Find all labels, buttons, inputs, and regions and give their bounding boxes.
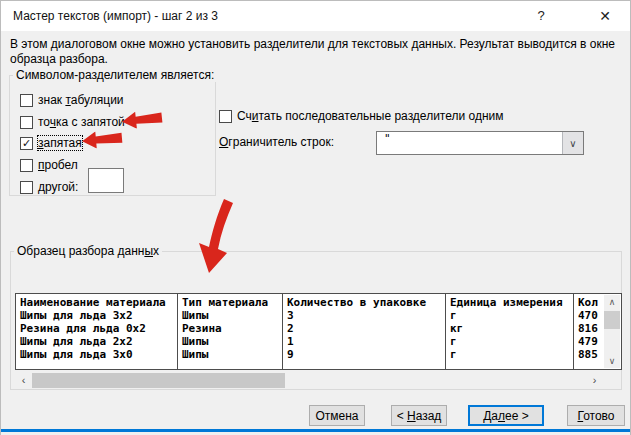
preview-cell: Шипы для льда 2х2: [16, 335, 177, 348]
checkbox[interactable]: [20, 94, 33, 107]
checkbox[interactable]: [20, 116, 33, 129]
preview-header-cell: Количество в упаковке: [283, 296, 445, 309]
scroll-right-button[interactable]: ›: [586, 373, 603, 388]
checkbox-tab[interactable]: знак табуляции: [20, 92, 124, 108]
delimiter-group-title: Символом-разделителем является:: [13, 68, 217, 82]
preview-cell: Шипы для льда 3х0: [16, 348, 177, 361]
window-title: Мастер текстов (импорт) - шаг 2 из 3: [13, 1, 218, 31]
preview-column: Наименование материалаШипы для льда 3х2Р…: [16, 294, 178, 369]
checkbox-space-label: пробел: [38, 158, 78, 172]
preview-cell: Шипы: [178, 309, 282, 322]
finish-button-label: Готово: [577, 409, 614, 423]
preview-cell: 2: [283, 322, 445, 335]
other-delimiter-input[interactable]: [88, 168, 124, 193]
text-qualifier-label: Ограничитель строк:: [219, 135, 334, 149]
scroll-left-icon: ‹: [22, 374, 26, 386]
checkbox-semicolon[interactable]: точка с запятой: [20, 114, 125, 130]
preview-column: Тип материалаШипыРезинаШипыШипы: [178, 294, 283, 369]
preview-cell: г: [446, 335, 573, 348]
scroll-up-button[interactable]: ∧: [604, 295, 620, 309]
dialog-description: В этом диалоговом окне можно установить …: [10, 37, 620, 67]
help-icon: ?: [537, 8, 544, 23]
checkbox[interactable]: [20, 181, 33, 194]
horizontal-scrollbar-thumb[interactable]: [32, 373, 285, 388]
scroll-down-button[interactable]: ∨: [604, 354, 620, 368]
scroll-up-icon: ∧: [609, 297, 616, 307]
checkbox-space[interactable]: пробел: [20, 157, 78, 173]
chevron-down-icon: ∨: [569, 138, 576, 149]
preview-header-cell: Тип материала: [178, 296, 282, 309]
checkbox[interactable]: [20, 159, 33, 172]
checkbox[interactable]: [219, 110, 232, 123]
preview-cell: 1: [283, 335, 445, 348]
cancel-button[interactable]: Отмена: [309, 405, 365, 426]
scroll-down-icon: ∨: [609, 356, 616, 366]
next-button[interactable]: Далее >: [468, 405, 544, 426]
vertical-scrollbar-thumb[interactable]: [604, 311, 620, 329]
checkbox[interactable]: ✓: [20, 137, 33, 150]
checkmark-icon: ✓: [22, 138, 31, 149]
checkbox-consecutive[interactable]: Считать последовательные разделители одн…: [219, 108, 504, 124]
back-button[interactable]: < Назад: [391, 405, 447, 426]
title-bar: Мастер текстов (импорт) - шаг 2 из 3 ? ✕: [1, 1, 630, 31]
preview-cell: Шипы: [178, 348, 282, 361]
preview-cell: 9: [283, 348, 445, 361]
preview-cell: Резина: [178, 322, 282, 335]
help-button[interactable]: ?: [519, 1, 563, 31]
close-button[interactable]: ✕: [583, 1, 627, 31]
checkbox-semicolon-label: точка с запятой: [38, 115, 125, 129]
window-bottom-accent: [1, 429, 630, 432]
description-line-1: В этом диалоговом окне можно установить …: [10, 37, 620, 52]
horizontal-scrollbar[interactable]: ‹ ›: [15, 373, 603, 388]
checkbox-consecutive-label: Считать последовательные разделители одн…: [237, 109, 504, 123]
description-line-2: образца разбора.: [10, 52, 620, 67]
checkbox-comma-label: запятая: [38, 136, 82, 150]
combobox-value: ": [384, 132, 391, 146]
annotation-arrow-preview-icon: [195, 199, 237, 275]
close-icon: ✕: [599, 8, 611, 24]
checkbox-other-label: другой:: [38, 180, 78, 194]
back-button-label: < Назад: [397, 409, 442, 423]
checkbox-comma[interactable]: ✓ запятая: [20, 135, 82, 151]
preview-cell: Шипы: [178, 335, 282, 348]
preview-group: Образец разбора данных Наименование мате…: [10, 251, 622, 390]
scroll-left-button[interactable]: ‹: [15, 373, 32, 388]
preview-table: Наименование материалаШипы для льда 3х2Р…: [15, 293, 622, 370]
checkbox-tab-label: знак табуляции: [38, 93, 124, 107]
preview-column: Количество в упаковке3219: [283, 294, 446, 369]
preview-header-cell: Единица измерения: [446, 296, 573, 309]
text-import-wizard-dialog: Мастер текстов (импорт) - шаг 2 из 3 ? ✕…: [0, 0, 631, 435]
preview-cell: Шипы для льда 3х2: [16, 309, 177, 322]
preview-column: Единица измерениягкггг: [446, 294, 574, 369]
preview-cell: г: [446, 348, 573, 361]
checkbox-other[interactable]: другой:: [20, 179, 78, 195]
preview-group-title: Образец разбора данных: [14, 244, 162, 258]
scroll-right-icon: ›: [593, 374, 597, 386]
annotation-arrow-comma-icon: [81, 129, 123, 150]
text-qualifier-combobox[interactable]: " ∨: [376, 131, 584, 155]
combobox-dropdown-button[interactable]: ∨: [562, 132, 583, 154]
preview-header-cell: Наименование материала: [16, 296, 177, 309]
next-button-label: Далее >: [483, 409, 529, 423]
preview-cell: Резина для льда 0х2: [16, 322, 177, 335]
vertical-scrollbar[interactable]: ∧ ∨: [604, 295, 620, 368]
preview-cell: кг: [446, 322, 573, 335]
preview-cell: г: [446, 309, 573, 322]
cancel-button-label: Отмена: [315, 409, 358, 423]
preview-cell: 3: [283, 309, 445, 322]
finish-button[interactable]: Готово: [567, 405, 625, 426]
